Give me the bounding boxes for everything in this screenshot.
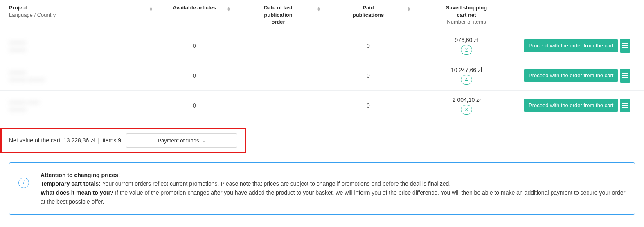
cart-items-label: items (103, 137, 118, 144)
cart-net-price: 2 004,10 zł (453, 97, 481, 103)
paid-cell: 0 (323, 91, 413, 120)
col-header-saved-l2: cart net (417, 11, 516, 19)
info-line2-text: Your current orders reflect current prom… (102, 180, 451, 187)
date-cell (233, 61, 323, 90)
col-header-saved-l1: Saved shopping (417, 4, 516, 11)
paid-cell: 0 (323, 31, 413, 61)
project-sub: ——— (9, 46, 26, 53)
paid-cell: 0 (323, 61, 413, 90)
table-row: ——— —— ——— 0 0 2 004,10 zł 3 Proceed wit… (0, 90, 644, 120)
cart-summary-highlighted: Net value of the cart: 13 228,36 zł | it… (0, 128, 246, 153)
info-icon: i (18, 178, 29, 188)
saved-cell: 10 247,66 zł 4 (413, 61, 520, 90)
info-alert: i Attention to changing prices! Temporar… (9, 162, 635, 215)
col-header-project-label: Project (9, 4, 151, 11)
cart-item-count-pill: 2 (461, 45, 472, 55)
cart-item-count-pill: 4 (461, 75, 472, 85)
proceed-order-button[interactable]: Proceed with the order from the cart (524, 39, 618, 52)
sort-icon[interactable]: ▲▼ (407, 7, 411, 11)
project-title: ——— (9, 39, 26, 45)
project-title: ——— (9, 69, 45, 75)
projects-table: Project Language / Country ▲▼ Available … (0, 0, 644, 120)
action-cell: Proceed with the order from the cart (520, 31, 634, 61)
col-header-action (520, 4, 634, 26)
info-line1-bold: Attention to changing prices! (41, 172, 120, 178)
date-cell (233, 91, 323, 120)
col-header-saved: Saved shopping cart net Number of items (413, 4, 520, 26)
info-line3-text: If the value of the promotion changes af… (41, 189, 625, 205)
info-line2-bold: Temporary cart totals: (41, 180, 102, 187)
sort-icon[interactable]: ▲▼ (149, 7, 153, 11)
row-menu-button[interactable] (620, 99, 630, 112)
cart-net-price: 976,60 zł (455, 37, 478, 43)
col-header-saved-sub: Number of items (417, 18, 516, 26)
col-header-available[interactable]: Available articles ▲▼ (155, 4, 233, 26)
col-header-paid[interactable]: Paid publications ▲▼ (323, 4, 413, 26)
proceed-order-button[interactable]: Proceed with the order from the cart (524, 99, 618, 112)
cart-net-label: Net value of the cart: (9, 137, 63, 144)
proceed-order-button[interactable]: Proceed with the order from the cart (524, 69, 618, 82)
row-menu-button[interactable] (620, 39, 630, 53)
available-cell: 0 (155, 61, 233, 90)
table-row: ——— ——— 0 0 976,60 zł 2 Proceed with the… (0, 31, 644, 61)
cart-net-value: 13 228,36 zł (63, 137, 95, 144)
sort-icon[interactable]: ▲▼ (317, 7, 321, 11)
row-menu-button[interactable] (620, 69, 630, 83)
project-cell: ——— ——— ——— (0, 61, 155, 90)
table-row: ——— ——— ——— 0 0 10 247,66 zł 4 Proceed w… (0, 61, 644, 90)
project-title: ——— —— (9, 99, 39, 105)
col-header-date-l1: Date of last (237, 4, 319, 11)
action-cell: Proceed with the order from the cart (520, 91, 634, 120)
hamburger-icon (622, 43, 628, 48)
separator: | (98, 137, 99, 144)
project-sub: ——— (9, 106, 39, 112)
col-header-project-sub: Language / Country (9, 11, 151, 19)
col-header-paid-l1: Paid (327, 4, 409, 11)
available-cell: 0 (155, 91, 233, 120)
hamburger-icon (622, 73, 628, 78)
available-cell: 0 (155, 31, 233, 61)
project-sub: ——— ——— (9, 76, 45, 83)
payment-of-funds-dropdown[interactable]: Payment of funds ⌄ (126, 133, 237, 148)
col-header-paid-l2: publications (327, 11, 409, 19)
col-header-date[interactable]: Date of last publication order ▲▼ (233, 4, 323, 26)
cart-net-price: 10 247,66 zł (451, 67, 482, 73)
cart-items-count: 9 (118, 137, 121, 144)
project-cell: ——— —— ——— (0, 91, 155, 120)
project-cell: ——— ——— (0, 31, 155, 61)
sort-icon[interactable]: ▲▼ (227, 7, 231, 11)
saved-cell: 2 004,10 zł 3 (413, 91, 520, 120)
chevron-down-icon: ⌄ (203, 138, 206, 143)
info-line3-bold: What does it mean to you? (41, 189, 115, 196)
info-text: Attention to changing prices! Temporary … (41, 171, 626, 207)
col-header-date-l3: order (237, 18, 319, 26)
cart-item-count-pill: 3 (461, 105, 472, 115)
col-header-date-l2: publication (237, 11, 319, 19)
hamburger-icon (622, 103, 628, 108)
action-cell: Proceed with the order from the cart (520, 61, 634, 90)
cart-summary-text: Net value of the cart: 13 228,36 zł | it… (9, 137, 121, 144)
col-header-project[interactable]: Project Language / Country ▲▼ (0, 4, 155, 26)
saved-cell: 976,60 zł 2 (413, 31, 520, 61)
payment-of-funds-label: Payment of funds (158, 137, 199, 144)
table-header-row: Project Language / Country ▲▼ Available … (0, 0, 644, 31)
col-header-available-label: Available articles (160, 4, 229, 11)
date-cell (233, 31, 323, 61)
